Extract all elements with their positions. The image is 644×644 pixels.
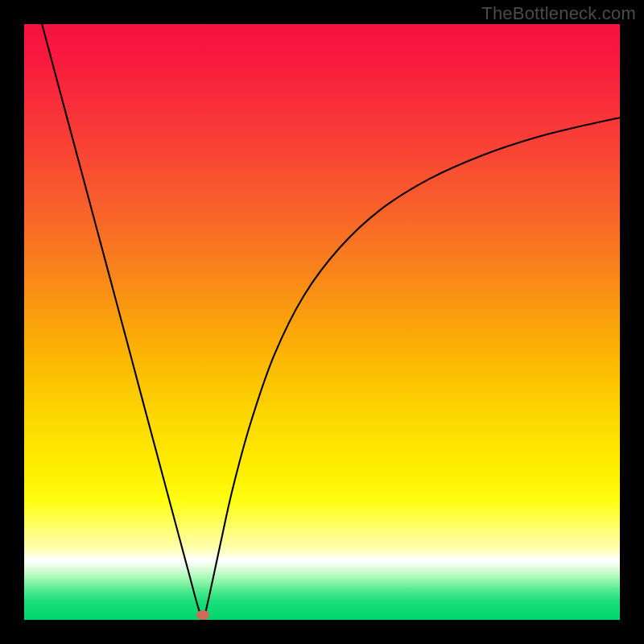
bottleneck-curve [24, 24, 620, 620]
watermark-text: TheBottleneck.com [481, 3, 636, 24]
chart-frame: TheBottleneck.com [0, 0, 644, 644]
optimum-marker [196, 610, 209, 620]
curve-right-branch [203, 118, 620, 620]
curve-left-branch [42, 24, 203, 620]
plot-area [24, 24, 620, 620]
